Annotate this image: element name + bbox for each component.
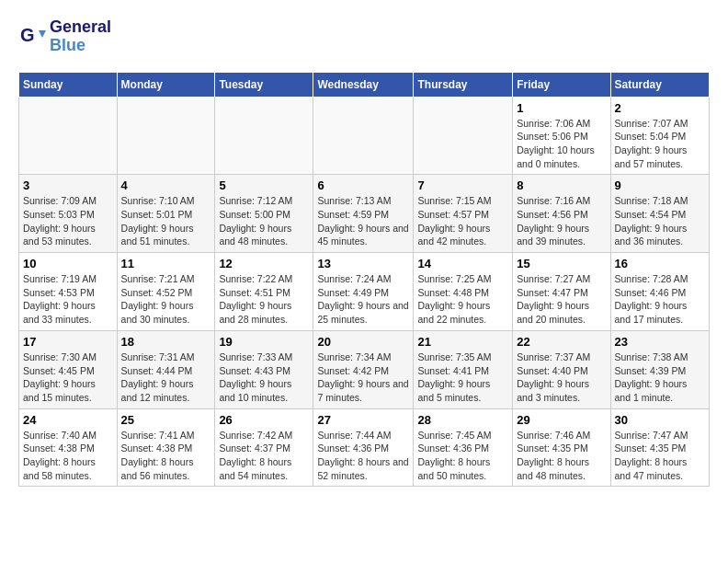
day-number: 3 (23, 178, 113, 192)
day-info: Sunrise: 7:27 AM Sunset: 4:47 PM Dayligh… (517, 272, 606, 327)
calendar-cell (313, 97, 414, 175)
day-info: Sunrise: 7:13 AM Sunset: 4:59 PM Dayligh… (317, 194, 409, 248)
logo-icon: G (18, 23, 46, 51)
day-info: Sunrise: 7:38 AM Sunset: 4:39 PM Dayligh… (615, 350, 705, 405)
calendar-cell: 26Sunrise: 7:42 AM Sunset: 4:37 PM Dayli… (215, 408, 313, 487)
day-info: Sunrise: 7:16 AM Sunset: 4:56 PM Dayligh… (517, 194, 606, 248)
calendar-cell (19, 97, 118, 175)
day-info: Sunrise: 7:37 AM Sunset: 4:40 PM Dayligh… (517, 350, 606, 405)
calendar-cell: 1Sunrise: 7:06 AM Sunset: 5:06 PM Daylig… (513, 97, 610, 175)
day-info: Sunrise: 7:12 AM Sunset: 5:00 PM Dayligh… (219, 194, 309, 248)
calendar-cell: 20Sunrise: 7:34 AM Sunset: 4:42 PM Dayli… (313, 330, 414, 408)
day-number: 2 (615, 101, 705, 115)
calendar-cell (414, 97, 513, 175)
calendar-cell: 21Sunrise: 7:35 AM Sunset: 4:41 PM Dayli… (414, 330, 513, 408)
day-info: Sunrise: 7:07 AM Sunset: 5:04 PM Dayligh… (615, 117, 705, 171)
day-number: 8 (517, 178, 606, 192)
day-number: 1 (517, 101, 606, 115)
day-number: 6 (317, 178, 409, 192)
calendar-cell: 9Sunrise: 7:18 AM Sunset: 4:54 PM Daylig… (610, 175, 709, 253)
day-number: 5 (219, 178, 309, 192)
calendar-cell: 18Sunrise: 7:31 AM Sunset: 4:44 PM Dayli… (117, 330, 215, 408)
weekday-header-friday: Friday (513, 72, 610, 97)
day-number: 30 (615, 413, 705, 427)
day-number: 26 (219, 413, 309, 427)
calendar-cell: 24Sunrise: 7:40 AM Sunset: 4:38 PM Dayli… (19, 408, 118, 487)
day-number: 12 (219, 257, 309, 270)
day-info: Sunrise: 7:47 AM Sunset: 4:35 PM Dayligh… (615, 429, 705, 483)
logo-blue: Blue (50, 37, 111, 55)
day-info: Sunrise: 7:28 AM Sunset: 4:46 PM Dayligh… (615, 272, 705, 327)
calendar-cell: 3Sunrise: 7:09 AM Sunset: 5:03 PM Daylig… (19, 175, 118, 253)
weekday-header-wednesday: Wednesday (313, 72, 414, 97)
day-number: 29 (517, 413, 606, 427)
day-number: 23 (615, 335, 705, 349)
day-info: Sunrise: 7:09 AM Sunset: 5:03 PM Dayligh… (23, 194, 113, 248)
day-info: Sunrise: 7:34 AM Sunset: 4:42 PM Dayligh… (317, 350, 409, 405)
calendar-cell: 15Sunrise: 7:27 AM Sunset: 4:47 PM Dayli… (513, 253, 610, 331)
day-info: Sunrise: 7:18 AM Sunset: 4:54 PM Dayligh… (615, 194, 705, 248)
day-number: 22 (517, 335, 606, 349)
calendar-cell: 17Sunrise: 7:30 AM Sunset: 4:45 PM Dayli… (19, 330, 118, 408)
day-number: 10 (23, 257, 113, 270)
calendar-cell: 19Sunrise: 7:33 AM Sunset: 4:43 PM Dayli… (215, 330, 313, 408)
calendar-cell: 28Sunrise: 7:45 AM Sunset: 4:36 PM Dayli… (414, 408, 513, 487)
day-number: 13 (317, 257, 409, 270)
weekday-header-tuesday: Tuesday (215, 72, 313, 97)
day-info: Sunrise: 7:19 AM Sunset: 4:53 PM Dayligh… (23, 272, 113, 327)
weekday-header-saturday: Saturday (610, 72, 709, 97)
day-number: 9 (615, 178, 705, 192)
calendar-cell: 10Sunrise: 7:19 AM Sunset: 4:53 PM Dayli… (19, 253, 118, 331)
logo: G General Blue (18, 18, 111, 55)
calendar-cell (117, 97, 215, 175)
calendar-cell: 27Sunrise: 7:44 AM Sunset: 4:36 PM Dayli… (313, 408, 414, 487)
calendar-cell: 25Sunrise: 7:41 AM Sunset: 4:38 PM Dayli… (117, 408, 215, 487)
day-info: Sunrise: 7:42 AM Sunset: 4:37 PM Dayligh… (219, 429, 309, 483)
day-info: Sunrise: 7:22 AM Sunset: 4:51 PM Dayligh… (219, 272, 309, 327)
day-number: 16 (615, 257, 705, 270)
day-info: Sunrise: 7:15 AM Sunset: 4:57 PM Dayligh… (417, 194, 508, 248)
calendar-cell: 16Sunrise: 7:28 AM Sunset: 4:46 PM Dayli… (610, 253, 709, 331)
svg-marker-1 (39, 30, 46, 38)
weekday-header-monday: Monday (117, 72, 215, 97)
calendar-cell: 13Sunrise: 7:24 AM Sunset: 4:49 PM Dayli… (313, 253, 414, 331)
day-info: Sunrise: 7:24 AM Sunset: 4:49 PM Dayligh… (317, 272, 409, 327)
day-number: 28 (417, 413, 508, 427)
day-number: 24 (23, 413, 113, 427)
day-number: 17 (23, 335, 113, 349)
calendar-cell: 14Sunrise: 7:25 AM Sunset: 4:48 PM Dayli… (414, 253, 513, 331)
day-info: Sunrise: 7:40 AM Sunset: 4:38 PM Dayligh… (23, 429, 113, 483)
day-info: Sunrise: 7:10 AM Sunset: 5:01 PM Dayligh… (121, 194, 211, 248)
day-info: Sunrise: 7:21 AM Sunset: 4:52 PM Dayligh… (121, 272, 211, 327)
day-info: Sunrise: 7:31 AM Sunset: 4:44 PM Dayligh… (121, 350, 211, 405)
calendar-table: SundayMondayTuesdayWednesdayThursdayFrid… (18, 72, 710, 488)
day-info: Sunrise: 7:30 AM Sunset: 4:45 PM Dayligh… (23, 350, 113, 405)
calendar-cell: 4Sunrise: 7:10 AM Sunset: 5:01 PM Daylig… (117, 175, 215, 253)
calendar-cell: 29Sunrise: 7:46 AM Sunset: 4:35 PM Dayli… (513, 408, 610, 487)
weekday-header-sunday: Sunday (19, 72, 118, 97)
day-info: Sunrise: 7:45 AM Sunset: 4:36 PM Dayligh… (417, 429, 508, 483)
day-info: Sunrise: 7:35 AM Sunset: 4:41 PM Dayligh… (417, 350, 508, 405)
day-number: 21 (417, 335, 508, 349)
day-info: Sunrise: 7:44 AM Sunset: 4:36 PM Dayligh… (317, 429, 409, 483)
calendar-cell: 23Sunrise: 7:38 AM Sunset: 4:39 PM Dayli… (610, 330, 709, 408)
calendar-cell (215, 97, 313, 175)
day-number: 7 (417, 178, 508, 192)
calendar-cell: 11Sunrise: 7:21 AM Sunset: 4:52 PM Dayli… (117, 253, 215, 331)
calendar-cell: 7Sunrise: 7:15 AM Sunset: 4:57 PM Daylig… (414, 175, 513, 253)
day-info: Sunrise: 7:25 AM Sunset: 4:48 PM Dayligh… (417, 272, 508, 327)
calendar-cell: 30Sunrise: 7:47 AM Sunset: 4:35 PM Dayli… (610, 408, 709, 487)
day-number: 15 (517, 257, 606, 270)
calendar-cell: 8Sunrise: 7:16 AM Sunset: 4:56 PM Daylig… (513, 175, 610, 253)
day-number: 18 (121, 335, 211, 349)
calendar-cell: 5Sunrise: 7:12 AM Sunset: 5:00 PM Daylig… (215, 175, 313, 253)
calendar-cell: 12Sunrise: 7:22 AM Sunset: 4:51 PM Dayli… (215, 253, 313, 331)
svg-text:G: G (20, 25, 35, 45)
logo-general: General (50, 18, 111, 37)
day-info: Sunrise: 7:46 AM Sunset: 4:35 PM Dayligh… (517, 429, 606, 483)
day-number: 19 (219, 335, 309, 349)
day-number: 25 (121, 413, 211, 427)
day-number: 11 (121, 257, 211, 270)
day-number: 4 (121, 178, 211, 192)
day-info: Sunrise: 7:41 AM Sunset: 4:38 PM Dayligh… (121, 429, 211, 483)
